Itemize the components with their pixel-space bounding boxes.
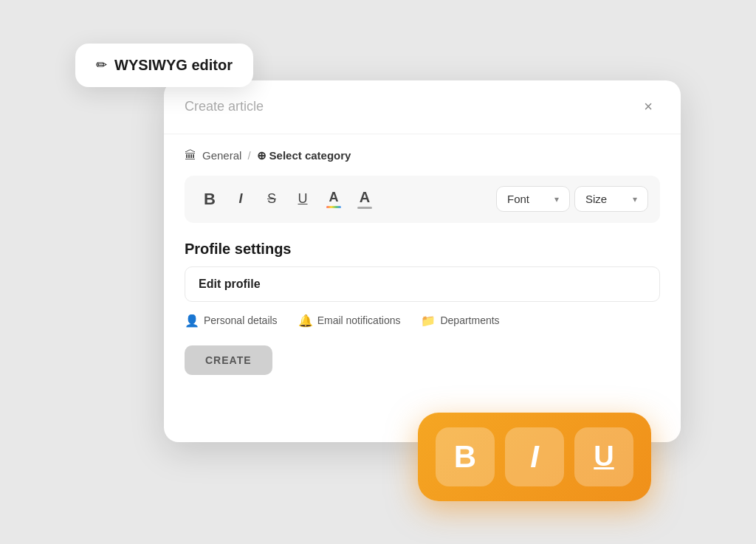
tab-email-label: Email notifications bbox=[317, 314, 401, 326]
biu-floating-card: B I U bbox=[418, 413, 651, 501]
modal-body: 🏛 General / ⊕ Select category B I S U A bbox=[164, 134, 681, 390]
tabs-row: 👤 Personal details 🔔 Email notifications… bbox=[185, 314, 660, 328]
edit-profile-text: Edit profile bbox=[199, 278, 261, 290]
size-dropdown-arrow: ▾ bbox=[633, 194, 637, 204]
tab-email-notifications[interactable]: 🔔 Email notifications bbox=[298, 314, 401, 328]
select-category-link[interactable]: ⊕ Select category bbox=[257, 149, 351, 162]
create-button[interactable]: CREATE bbox=[185, 345, 272, 375]
highlight-color-button[interactable]: A bbox=[351, 186, 378, 213]
bold-toolbar-button[interactable]: B bbox=[196, 186, 223, 213]
tab-departments[interactable]: 📁 Departments bbox=[421, 314, 499, 328]
underline-toolbar-button[interactable]: U bbox=[289, 186, 316, 213]
breadcrumb: 🏛 General / ⊕ Select category bbox=[185, 149, 660, 162]
bell-icon: 🔔 bbox=[298, 314, 313, 328]
italic-toolbar-button[interactable]: I bbox=[227, 186, 254, 213]
building-icon: 🏛 bbox=[185, 149, 196, 162]
pencil-icon: ✏ bbox=[96, 57, 107, 73]
folder-icon: 📁 bbox=[421, 314, 436, 328]
font-label: Font bbox=[507, 193, 529, 205]
wysiwyg-label-text: WYSIWYG editor bbox=[114, 57, 233, 74]
content-section: Profile settings Edit profile bbox=[185, 241, 660, 302]
strikethrough-toolbar-button[interactable]: S bbox=[258, 186, 285, 213]
modal-card: Create article × 🏛 General / ⊕ Select ca… bbox=[164, 80, 681, 442]
size-label: Size bbox=[585, 193, 607, 205]
tab-personal-label: Personal details bbox=[204, 314, 278, 326]
modal-title: Create article bbox=[185, 99, 264, 114]
biu-bold-icon: B bbox=[454, 439, 476, 475]
biu-underline-button[interactable]: U bbox=[574, 427, 633, 486]
breadcrumb-general: General bbox=[202, 149, 241, 162]
select-category-text: Select category bbox=[269, 149, 351, 162]
text-color-button[interactable]: A bbox=[320, 186, 347, 213]
tab-personal-details[interactable]: 👤 Personal details bbox=[185, 314, 278, 328]
font-dropdown-arrow: ▾ bbox=[554, 194, 559, 204]
close-button[interactable]: × bbox=[636, 95, 660, 119]
biu-underline-icon: U bbox=[594, 441, 614, 472]
highlight-icon: A bbox=[357, 189, 372, 209]
close-icon: × bbox=[644, 98, 653, 115]
size-dropdown[interactable]: Size ▾ bbox=[574, 186, 648, 212]
font-dropdown[interactable]: Font ▾ bbox=[496, 186, 570, 212]
section-heading: Profile settings bbox=[185, 241, 660, 258]
biu-bold-button[interactable]: B bbox=[436, 427, 495, 486]
formatting-toolbar: B I S U A A Fo bbox=[185, 176, 660, 223]
plus-icon: ⊕ bbox=[257, 149, 267, 162]
biu-italic-icon: I bbox=[530, 439, 539, 475]
edit-profile-box: Edit profile bbox=[185, 266, 660, 302]
biu-italic-button[interactable]: I bbox=[505, 427, 564, 486]
wysiwyg-label-card: ✏ WYSIWYG editor bbox=[75, 44, 253, 87]
person-icon: 👤 bbox=[185, 314, 199, 328]
modal-header: Create article × bbox=[164, 80, 681, 134]
tab-departments-label: Departments bbox=[440, 314, 499, 326]
text-color-icon: A bbox=[326, 190, 341, 208]
breadcrumb-separator: / bbox=[247, 149, 250, 162]
